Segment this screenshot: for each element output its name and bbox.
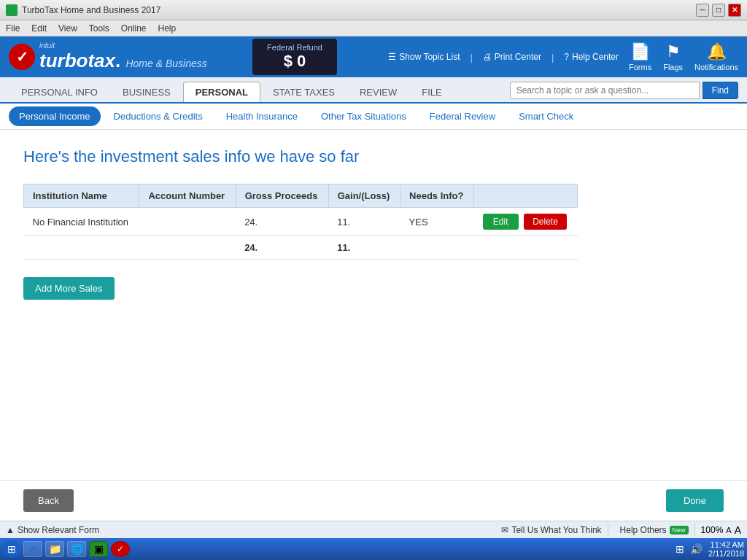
totals-needs-info (400, 236, 474, 260)
sub-tab-federal-review[interactable]: Federal Review (419, 106, 506, 126)
top-right-group: ☰ Show Topic List | 🖨 Print Center | ? H… (382, 42, 738, 71)
cell-account (139, 208, 236, 236)
new-badge: New (670, 526, 689, 534)
cell-gain: 11. (328, 208, 400, 236)
print-center-button[interactable]: 🖨 Print Center (477, 49, 547, 65)
windows-icon: ⊞ (7, 543, 16, 555)
page-heading: Here's the investment sales info we have… (23, 147, 724, 166)
notifications-label: Notifications (694, 63, 738, 71)
help-others-label: Help Others (620, 525, 667, 535)
cell-institution: No Financial Institution (24, 208, 139, 236)
refund-amount: $ 0 (267, 52, 322, 71)
taskbar-red-circle[interactable]: ✓ (111, 541, 130, 557)
clock-date: 2/11/2018 (708, 549, 744, 558)
print-icon: 🖨 (483, 52, 492, 62)
zoom-a-large[interactable]: A (735, 524, 741, 536)
refund-box: Federal Refund $ 0 (252, 39, 337, 75)
menu-tools[interactable]: Tools (89, 23, 109, 34)
top-nav: ✓ intuit turbotax. Home & Business Feder… (0, 36, 747, 77)
tell-us-label: Tell Us What You Think (511, 525, 601, 535)
zoom-value: 100% (701, 525, 724, 535)
header-institution: Institution Name (24, 184, 139, 208)
help-center-button[interactable]: ? Help Center (558, 49, 624, 65)
done-button[interactable]: Done (666, 489, 724, 512)
delete-button[interactable]: Delete (524, 214, 567, 230)
chrome-icon: 🌐 (71, 543, 83, 555)
envelope-icon: ✉ (501, 525, 508, 535)
forms-label: Forms (629, 63, 651, 71)
turbotax-checkmark: ✓ (9, 44, 35, 70)
header-needs-info: Needs Info? (400, 184, 474, 208)
zoom-a-small[interactable]: A (726, 526, 731, 534)
sub-tab-health-insurance[interactable]: Health Insurance (216, 106, 308, 126)
menu-file[interactable]: File (6, 23, 20, 34)
turbotax-logo: ✓ intuit turbotax. Home & Business (9, 42, 207, 72)
title-bar-left: TurboTax Home and Business 2017 (6, 4, 160, 16)
forms-icon: 📄 (630, 42, 650, 61)
network-icon: ⊞ (676, 543, 684, 555)
totals-actions (474, 236, 578, 260)
status-right: ✉ Tell Us What You Think Help Others New… (495, 524, 741, 537)
app-icon (6, 4, 18, 16)
icon-buttons: 📄 Forms ⚑ Flags 🔔 Notifications (629, 42, 738, 71)
logo-area: ✓ intuit turbotax. Home & Business (9, 42, 207, 72)
sub-tab-smart-check[interactable]: Smart Check (508, 106, 584, 126)
cell-actions: Edit Delete (474, 208, 578, 236)
zoom-area: 100% A A (701, 524, 741, 536)
menu-help[interactable]: Help (158, 23, 177, 34)
taskbar-green[interactable]: ▣ (89, 541, 108, 557)
main-content: Here's the investment sales info we have… (0, 130, 747, 436)
tab-business[interactable]: BUSINESS (110, 82, 183, 102)
minimize-button[interactable]: ─ (696, 4, 709, 17)
search-input[interactable] (510, 82, 700, 99)
search-area: Find (510, 82, 738, 99)
maximize-button[interactable]: □ (712, 4, 725, 17)
bottom-nav: Back Done (0, 480, 747, 521)
show-relevant-form-button[interactable]: ▲ Show Relevant Form (6, 525, 99, 535)
notifications-button[interactable]: 🔔 Notifications (694, 42, 738, 71)
show-topic-list-button[interactable]: ☰ Show Topic List (382, 49, 465, 65)
show-form-label: Show Relevant Form (18, 525, 99, 535)
title-bar-text: TurboTax Home and Business 2017 (22, 5, 160, 15)
forms-button[interactable]: 📄 Forms (629, 42, 651, 71)
find-button[interactable]: Find (703, 82, 738, 99)
sub-tab-other-tax[interactable]: Other Tax Situations (311, 106, 417, 126)
edit-button[interactable]: Edit (483, 214, 519, 230)
tell-us-button[interactable]: ✉ Tell Us What You Think (495, 524, 608, 537)
tab-personal-info[interactable]: PERSONAL INFO (9, 82, 110, 102)
sub-tab-deductions[interactable]: Deductions & Credits (104, 106, 213, 126)
cell-gross: 24. (236, 208, 328, 236)
start-button[interactable]: ⊞ (3, 540, 20, 558)
cell-needs-info: YES (400, 208, 474, 236)
title-bar-controls: ─ □ ✕ (696, 4, 741, 17)
flags-icon: ⚑ (666, 42, 681, 61)
menu-online[interactable]: Online (121, 23, 147, 34)
menu-view[interactable]: View (58, 23, 77, 34)
notifications-icon: 🔔 (707, 42, 727, 61)
back-button[interactable]: Back (23, 489, 74, 512)
title-bar: TurboTax Home and Business 2017 ─ □ ✕ (0, 0, 747, 20)
tab-personal[interactable]: PERSONAL (183, 82, 260, 102)
sub-tab-personal-income[interactable]: Personal Income (9, 106, 101, 126)
form-triangle-icon: ▲ (6, 525, 15, 535)
tab-file[interactable]: FILE (409, 82, 454, 102)
taskbar-folder[interactable]: 📁 (45, 541, 64, 557)
status-left: ▲ Show Relevant Form (6, 525, 99, 535)
totals-account (139, 236, 236, 260)
tab-review[interactable]: REVIEW (347, 82, 409, 102)
add-more-sales-button[interactable]: Add More Sales (23, 277, 115, 300)
clock-time: 11:42 AM (708, 540, 744, 549)
help-others-button[interactable]: Help Others New (614, 524, 695, 537)
clock: 11:42 AM 2/11/2018 (708, 540, 744, 558)
tab-state-taxes[interactable]: STATE TAXES (260, 82, 347, 102)
folder-icon: 📁 (49, 543, 61, 555)
taskbar-chrome[interactable]: 🌐 (67, 541, 86, 557)
menu-edit[interactable]: Edit (31, 23, 47, 34)
ie-icon: e (30, 543, 36, 555)
volume-icon: 🔊 (690, 543, 703, 555)
flags-button[interactable]: ⚑ Flags (663, 42, 683, 71)
refund-label: Federal Refund (267, 43, 322, 52)
close-button[interactable]: ✕ (728, 4, 741, 17)
taskbar-right: ⊞ 🔊 11:42 AM 2/11/2018 (676, 540, 744, 558)
taskbar-ie[interactable]: e (23, 541, 42, 557)
